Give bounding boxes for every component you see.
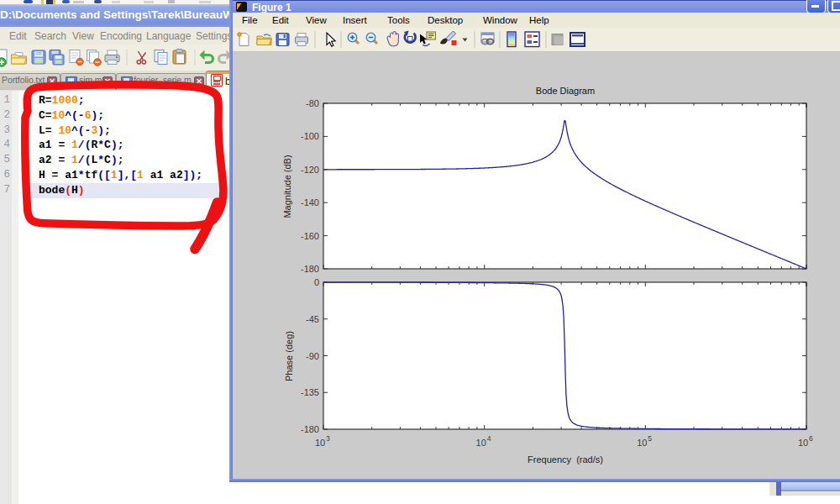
- svg-text:10: 10: [315, 438, 325, 448]
- svg-text:-160: -160: [301, 231, 319, 241]
- svg-text:-80: -80: [306, 98, 319, 108]
- svg-text:-45: -45: [306, 314, 319, 324]
- svg-text:10: 10: [637, 438, 647, 448]
- svg-text:6: 6: [809, 434, 813, 443]
- svg-text:-100: -100: [301, 131, 319, 141]
- svg-text:0: 0: [314, 277, 319, 287]
- svg-text:-140: -140: [301, 197, 319, 207]
- svg-text:-180: -180: [301, 424, 319, 434]
- svg-text:Phase (deg): Phase (deg): [284, 331, 294, 381]
- svg-text:10: 10: [798, 438, 808, 448]
- svg-text:-180: -180: [301, 264, 319, 274]
- svg-text:5: 5: [648, 434, 652, 443]
- svg-text:3: 3: [326, 434, 330, 443]
- svg-text:10: 10: [476, 438, 486, 448]
- svg-text:Magnitude (dB): Magnitude (dB): [282, 155, 292, 218]
- svg-text:4: 4: [487, 434, 491, 443]
- svg-text:Frequency (rad/s): Frequency (rad/s): [528, 454, 603, 465]
- svg-text:Bode Diagram: Bode Diagram: [536, 86, 595, 96]
- svg-text:-135: -135: [301, 387, 319, 397]
- svg-text:-90: -90: [306, 351, 319, 361]
- svg-text:-120: -120: [301, 165, 319, 175]
